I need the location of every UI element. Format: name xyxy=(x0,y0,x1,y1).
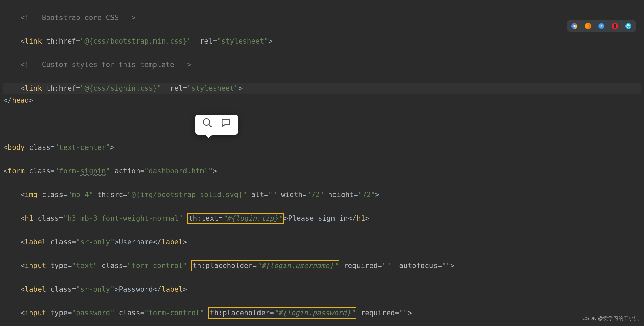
code-line: <input type="password" class="form-contr… xyxy=(3,307,641,319)
browser-icons-toolbar xyxy=(567,20,636,32)
svg-line-11 xyxy=(209,124,212,127)
svg-point-8 xyxy=(614,24,616,28)
watermark-text: CSDN @爱学习的王小强 xyxy=(582,312,639,324)
svg-point-10 xyxy=(203,119,210,125)
code-editor[interactable]: <!-- Bootstrap core CSS --> <link th:hre… xyxy=(0,0,644,326)
code-line xyxy=(3,118,641,130)
chat-icon[interactable] xyxy=(220,117,231,132)
code-line: <img class="mb-4" th:src="@{img/bootstra… xyxy=(3,189,641,201)
code-line: <!-- Bootstrap core CSS --> xyxy=(3,12,641,24)
code-line: </head> xyxy=(3,94,641,106)
code-line: <link th:href="@{css/bootstrap.min.css}"… xyxy=(3,35,641,47)
highlight-box: th:placeholder="#{login.username}" xyxy=(191,260,339,271)
code-line: <form class="form-signin" action="dashbo… xyxy=(3,165,641,177)
code-line: <label class="sr-only">Password</label> xyxy=(3,283,641,295)
code-line: <h1 class="h3 mb-3 font-weight-normal" t… xyxy=(3,213,641,224)
code-line: <label class="sr-only">Username</label> xyxy=(3,236,641,248)
current-line: <link th:href="@{css/signin.css}" rel="s… xyxy=(3,83,641,94)
translate-popup[interactable] xyxy=(195,115,238,135)
search-icon[interactable] xyxy=(202,117,213,132)
code-line: <body class="text-center"> xyxy=(3,142,641,154)
firefox-icon[interactable] xyxy=(584,22,592,30)
highlight-box: th:text="#{login.tip}" xyxy=(187,213,284,224)
opera-icon[interactable] xyxy=(611,22,619,30)
code-line: <!-- Custom styles for this template --> xyxy=(3,59,641,71)
highlight-box: th:placeholder="#{login.password}" xyxy=(208,307,356,319)
safari-icon[interactable] xyxy=(598,22,605,30)
ie-icon[interactable] xyxy=(625,22,632,30)
code-line: <input type="text" class="form-control" … xyxy=(3,260,641,272)
comment-text: <!-- Bootstrap core CSS --> xyxy=(21,13,136,22)
svg-point-3 xyxy=(573,25,575,27)
chrome-icon[interactable] xyxy=(571,22,578,30)
